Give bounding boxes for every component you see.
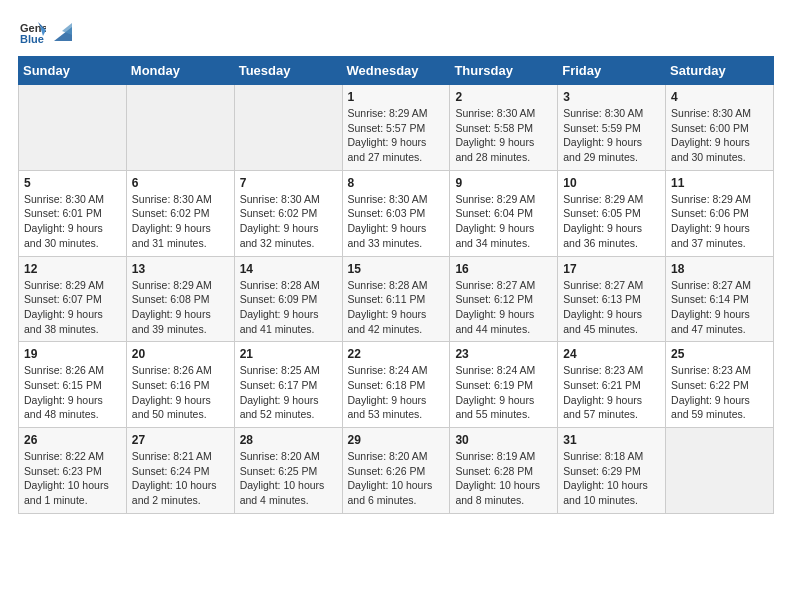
calendar-cell: 5Sunrise: 8:30 AM Sunset: 6:01 PM Daylig… bbox=[19, 170, 127, 256]
calendar-cell: 29Sunrise: 8:20 AM Sunset: 6:26 PM Dayli… bbox=[342, 428, 450, 514]
page-header: General Blue bbox=[18, 18, 774, 46]
calendar-cell: 13Sunrise: 8:29 AM Sunset: 6:08 PM Dayli… bbox=[126, 256, 234, 342]
cell-info: Sunrise: 8:26 AM Sunset: 6:16 PM Dayligh… bbox=[132, 363, 229, 422]
day-number: 5 bbox=[24, 176, 121, 190]
day-number: 3 bbox=[563, 90, 660, 104]
day-number: 9 bbox=[455, 176, 552, 190]
day-number: 15 bbox=[348, 262, 445, 276]
calendar-cell: 27Sunrise: 8:21 AM Sunset: 6:24 PM Dayli… bbox=[126, 428, 234, 514]
cell-info: Sunrise: 8:26 AM Sunset: 6:15 PM Dayligh… bbox=[24, 363, 121, 422]
calendar-cell bbox=[19, 85, 127, 171]
day-number: 11 bbox=[671, 176, 768, 190]
day-number: 29 bbox=[348, 433, 445, 447]
day-number: 6 bbox=[132, 176, 229, 190]
logo-text-area bbox=[50, 21, 76, 43]
calendar-cell: 20Sunrise: 8:26 AM Sunset: 6:16 PM Dayli… bbox=[126, 342, 234, 428]
calendar-cell: 15Sunrise: 8:28 AM Sunset: 6:11 PM Dayli… bbox=[342, 256, 450, 342]
calendar-cell: 28Sunrise: 8:20 AM Sunset: 6:25 PM Dayli… bbox=[234, 428, 342, 514]
calendar-cell: 1Sunrise: 8:29 AM Sunset: 5:57 PM Daylig… bbox=[342, 85, 450, 171]
day-number: 30 bbox=[455, 433, 552, 447]
calendar-cell: 4Sunrise: 8:30 AM Sunset: 6:00 PM Daylig… bbox=[666, 85, 774, 171]
calendar-cell: 17Sunrise: 8:27 AM Sunset: 6:13 PM Dayli… bbox=[558, 256, 666, 342]
calendar-header-row: SundayMondayTuesdayWednesdayThursdayFrid… bbox=[19, 57, 774, 85]
calendar-cell: 30Sunrise: 8:19 AM Sunset: 6:28 PM Dayli… bbox=[450, 428, 558, 514]
calendar-cell: 16Sunrise: 8:27 AM Sunset: 6:12 PM Dayli… bbox=[450, 256, 558, 342]
svg-text:Blue: Blue bbox=[20, 33, 44, 45]
cell-info: Sunrise: 8:27 AM Sunset: 6:12 PM Dayligh… bbox=[455, 278, 552, 337]
calendar-cell: 14Sunrise: 8:28 AM Sunset: 6:09 PM Dayli… bbox=[234, 256, 342, 342]
calendar-cell: 9Sunrise: 8:29 AM Sunset: 6:04 PM Daylig… bbox=[450, 170, 558, 256]
day-number: 1 bbox=[348, 90, 445, 104]
calendar-cell bbox=[234, 85, 342, 171]
cell-info: Sunrise: 8:29 AM Sunset: 6:04 PM Dayligh… bbox=[455, 192, 552, 251]
calendar-cell: 10Sunrise: 8:29 AM Sunset: 6:05 PM Dayli… bbox=[558, 170, 666, 256]
day-number: 2 bbox=[455, 90, 552, 104]
cell-info: Sunrise: 8:24 AM Sunset: 6:18 PM Dayligh… bbox=[348, 363, 445, 422]
cell-info: Sunrise: 8:30 AM Sunset: 6:02 PM Dayligh… bbox=[132, 192, 229, 251]
day-number: 13 bbox=[132, 262, 229, 276]
day-number: 10 bbox=[563, 176, 660, 190]
column-header-sunday: Sunday bbox=[19, 57, 127, 85]
column-header-wednesday: Wednesday bbox=[342, 57, 450, 85]
logo-icon: General Blue bbox=[18, 18, 46, 46]
calendar-cell: 19Sunrise: 8:26 AM Sunset: 6:15 PM Dayli… bbox=[19, 342, 127, 428]
calendar-week-2: 5Sunrise: 8:30 AM Sunset: 6:01 PM Daylig… bbox=[19, 170, 774, 256]
calendar-cell bbox=[126, 85, 234, 171]
calendar-cell: 7Sunrise: 8:30 AM Sunset: 6:02 PM Daylig… bbox=[234, 170, 342, 256]
cell-info: Sunrise: 8:30 AM Sunset: 6:00 PM Dayligh… bbox=[671, 106, 768, 165]
day-number: 16 bbox=[455, 262, 552, 276]
day-number: 25 bbox=[671, 347, 768, 361]
day-number: 18 bbox=[671, 262, 768, 276]
calendar-table: SundayMondayTuesdayWednesdayThursdayFrid… bbox=[18, 56, 774, 514]
column-header-friday: Friday bbox=[558, 57, 666, 85]
calendar-week-3: 12Sunrise: 8:29 AM Sunset: 6:07 PM Dayli… bbox=[19, 256, 774, 342]
cell-info: Sunrise: 8:18 AM Sunset: 6:29 PM Dayligh… bbox=[563, 449, 660, 508]
calendar-cell: 25Sunrise: 8:23 AM Sunset: 6:22 PM Dayli… bbox=[666, 342, 774, 428]
calendar-cell: 12Sunrise: 8:29 AM Sunset: 6:07 PM Dayli… bbox=[19, 256, 127, 342]
cell-info: Sunrise: 8:27 AM Sunset: 6:14 PM Dayligh… bbox=[671, 278, 768, 337]
day-number: 22 bbox=[348, 347, 445, 361]
calendar-cell: 3Sunrise: 8:30 AM Sunset: 5:59 PM Daylig… bbox=[558, 85, 666, 171]
cell-info: Sunrise: 8:28 AM Sunset: 6:11 PM Dayligh… bbox=[348, 278, 445, 337]
calendar-week-4: 19Sunrise: 8:26 AM Sunset: 6:15 PM Dayli… bbox=[19, 342, 774, 428]
day-number: 4 bbox=[671, 90, 768, 104]
cell-info: Sunrise: 8:29 AM Sunset: 5:57 PM Dayligh… bbox=[348, 106, 445, 165]
calendar-cell: 31Sunrise: 8:18 AM Sunset: 6:29 PM Dayli… bbox=[558, 428, 666, 514]
logo: General Blue bbox=[18, 18, 76, 46]
calendar-cell: 21Sunrise: 8:25 AM Sunset: 6:17 PM Dayli… bbox=[234, 342, 342, 428]
cell-info: Sunrise: 8:27 AM Sunset: 6:13 PM Dayligh… bbox=[563, 278, 660, 337]
day-number: 24 bbox=[563, 347, 660, 361]
cell-info: Sunrise: 8:23 AM Sunset: 6:22 PM Dayligh… bbox=[671, 363, 768, 422]
cell-info: Sunrise: 8:25 AM Sunset: 6:17 PM Dayligh… bbox=[240, 363, 337, 422]
cell-info: Sunrise: 8:29 AM Sunset: 6:05 PM Dayligh… bbox=[563, 192, 660, 251]
calendar-cell: 6Sunrise: 8:30 AM Sunset: 6:02 PM Daylig… bbox=[126, 170, 234, 256]
calendar-cell: 2Sunrise: 8:30 AM Sunset: 5:58 PM Daylig… bbox=[450, 85, 558, 171]
cell-info: Sunrise: 8:23 AM Sunset: 6:21 PM Dayligh… bbox=[563, 363, 660, 422]
cell-info: Sunrise: 8:28 AM Sunset: 6:09 PM Dayligh… bbox=[240, 278, 337, 337]
cell-info: Sunrise: 8:30 AM Sunset: 6:03 PM Dayligh… bbox=[348, 192, 445, 251]
day-number: 17 bbox=[563, 262, 660, 276]
day-number: 12 bbox=[24, 262, 121, 276]
calendar-cell: 23Sunrise: 8:24 AM Sunset: 6:19 PM Dayli… bbox=[450, 342, 558, 428]
cell-info: Sunrise: 8:30 AM Sunset: 6:01 PM Dayligh… bbox=[24, 192, 121, 251]
calendar-week-1: 1Sunrise: 8:29 AM Sunset: 5:57 PM Daylig… bbox=[19, 85, 774, 171]
column-header-saturday: Saturday bbox=[666, 57, 774, 85]
calendar-body: 1Sunrise: 8:29 AM Sunset: 5:57 PM Daylig… bbox=[19, 85, 774, 514]
cell-info: Sunrise: 8:29 AM Sunset: 6:06 PM Dayligh… bbox=[671, 192, 768, 251]
day-number: 8 bbox=[348, 176, 445, 190]
calendar-cell: 8Sunrise: 8:30 AM Sunset: 6:03 PM Daylig… bbox=[342, 170, 450, 256]
column-header-tuesday: Tuesday bbox=[234, 57, 342, 85]
logo-triangle-icon bbox=[52, 21, 74, 43]
calendar-cell bbox=[666, 428, 774, 514]
cell-info: Sunrise: 8:20 AM Sunset: 6:25 PM Dayligh… bbox=[240, 449, 337, 508]
cell-info: Sunrise: 8:24 AM Sunset: 6:19 PM Dayligh… bbox=[455, 363, 552, 422]
day-number: 27 bbox=[132, 433, 229, 447]
cell-info: Sunrise: 8:22 AM Sunset: 6:23 PM Dayligh… bbox=[24, 449, 121, 508]
cell-info: Sunrise: 8:30 AM Sunset: 6:02 PM Dayligh… bbox=[240, 192, 337, 251]
cell-info: Sunrise: 8:19 AM Sunset: 6:28 PM Dayligh… bbox=[455, 449, 552, 508]
calendar-cell: 11Sunrise: 8:29 AM Sunset: 6:06 PM Dayli… bbox=[666, 170, 774, 256]
cell-info: Sunrise: 8:21 AM Sunset: 6:24 PM Dayligh… bbox=[132, 449, 229, 508]
day-number: 20 bbox=[132, 347, 229, 361]
day-number: 23 bbox=[455, 347, 552, 361]
cell-info: Sunrise: 8:30 AM Sunset: 5:58 PM Dayligh… bbox=[455, 106, 552, 165]
